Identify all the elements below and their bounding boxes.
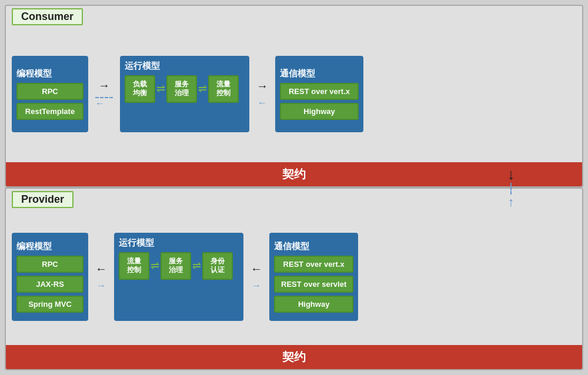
provider-prog-model: 编程模型 RPC JAX-RS Spring MVC xyxy=(12,233,88,321)
provider-comm-rest2: REST over servlet xyxy=(274,276,353,293)
flow-arrow-p2: ⇌ xyxy=(191,259,202,272)
provider-prog-spring: Spring MVC xyxy=(16,296,83,313)
arrow-left-p2: ← xyxy=(250,262,262,276)
consumer-section: Consumer 编程模型 RPC RestTemplate → ← 运行模型 … xyxy=(5,5,583,188)
arrow-right-2: → xyxy=(256,79,268,93)
consumer-run-model-title: 运行模型 xyxy=(125,61,160,72)
consumer-comm-rest: REST over vert.x xyxy=(280,83,359,100)
dashed-right-p1: → xyxy=(96,280,106,291)
arrow-run-comm-provider: ← → xyxy=(250,262,262,291)
flow-arrow-p1: ⇌ xyxy=(149,259,161,272)
consumer-comm-model: 通信模型 REST over vert.x Highway xyxy=(275,56,363,132)
consumer-label: Consumer xyxy=(12,8,83,25)
consumer-comm-highway: Highway xyxy=(280,103,359,120)
arrow-left-p1: ← xyxy=(95,262,107,276)
arrow-right-1: → xyxy=(98,79,110,92)
consumer-flow-1: 负载 均衡 xyxy=(125,75,155,103)
provider-run-model-title: 运行模型 xyxy=(119,237,154,249)
consumer-prog-resttemplate: RestTemplate xyxy=(16,103,83,120)
provider-section: Provider 编程模型 RPC JAX-RS Spring MVC ← → … xyxy=(5,188,583,370)
provider-comm-highway: Highway xyxy=(274,296,353,313)
provider-comm-model-title: 通信模型 xyxy=(274,241,309,252)
provider-content: 编程模型 RPC JAX-RS Spring MVC ← → 运行模型 流量 控… xyxy=(6,189,582,369)
consumer-content: 编程模型 RPC RestTemplate → ← 运行模型 负载 均衡 ⇌ 服… xyxy=(6,6,582,186)
flow-arrow-1: ⇌ xyxy=(155,82,166,95)
provider-flow-1: 流量 控制 xyxy=(119,252,149,280)
consumer-run-model: 运行模型 负载 均衡 ⇌ 服务 治理 ⇌ 流量 控制 xyxy=(120,56,249,132)
consumer-prog-model: 编程模型 RPC RestTemplate xyxy=(12,56,88,132)
flow-arrow-2: ⇌ xyxy=(197,82,208,95)
consumer-run-model-inner: 负载 均衡 ⇌ 服务 治理 ⇌ 流量 控制 xyxy=(125,75,239,103)
consumer-flow-2: 服务 治理 xyxy=(166,75,197,103)
provider-prog-jaxrs: JAX-RS xyxy=(16,276,83,293)
provider-contract: 契约 xyxy=(6,345,582,369)
arrow-run-comm-consumer: → ← xyxy=(256,79,268,108)
provider-flow-2: 服务 治理 xyxy=(161,252,191,280)
dashed-right-p2: → xyxy=(252,280,261,291)
consumer-flow-3: 流量 控制 xyxy=(208,75,239,103)
consumer-comm-model-title: 通信模型 xyxy=(280,68,315,79)
arrow-prog-run-consumer: → ← xyxy=(95,79,113,109)
provider-run-model-inner: 流量 控制 ⇌ 服务 治理 ⇌ 身份 认证 xyxy=(119,252,233,280)
arrow-prog-run-provider: ← → xyxy=(95,262,107,291)
diagram-wrapper: Consumer 编程模型 RPC RestTemplate → ← 运行模型 … xyxy=(5,5,583,370)
dashed-left-2: ← xyxy=(258,98,267,108)
provider-comm-rest1: REST over vert.x xyxy=(274,256,353,273)
provider-prog-rpc: RPC xyxy=(16,256,83,273)
dashed-left-1: ← xyxy=(95,97,113,109)
provider-comm-model: 通信模型 REST over vert.x REST over servlet … xyxy=(269,233,358,321)
provider-label: Provider xyxy=(12,191,74,208)
provider-flow-3: 身份 认证 xyxy=(202,252,233,280)
consumer-prog-rpc: RPC xyxy=(16,83,83,100)
provider-prog-model-title: 编程模型 xyxy=(16,241,52,252)
provider-run-model: 运行模型 流量 控制 ⇌ 服务 治理 ⇌ 身份 认证 xyxy=(114,233,243,321)
consumer-contract: 契约 xyxy=(6,162,582,186)
consumer-prog-model-title: 编程模型 xyxy=(16,68,52,79)
